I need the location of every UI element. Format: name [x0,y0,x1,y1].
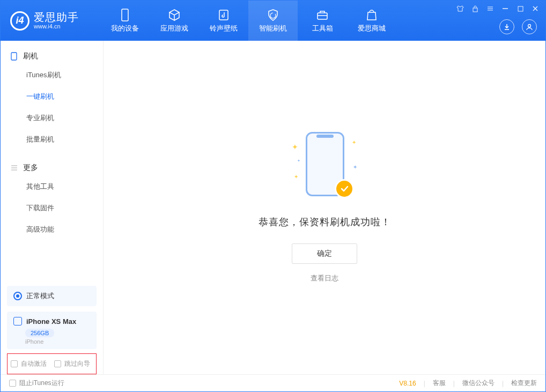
sparkle-icon: ✦ [294,174,298,180]
nav-apps-games[interactable]: 应用游戏 [150,1,199,41]
nav-store[interactable]: 爱思商城 [347,1,396,41]
view-log-link[interactable]: 查看日志 [311,273,338,283]
checkbox-label: 阻止iTunes运行 [19,379,64,388]
lock-icon[interactable] [470,4,480,13]
status-bar: 阻止iTunes运行 V8.16 | 客服 | 微信公众号 | 检查更新 [1,374,545,391]
mode-box[interactable]: 正常模式 [7,286,97,306]
sidebar: 刷机 iTunes刷机 一键刷机 专业刷机 批量刷机 更多 其他工具 下载固件 … [1,41,104,374]
link-customer-service[interactable]: 客服 [433,379,446,388]
nav-ringtone-wallpaper[interactable]: 铃声壁纸 [199,1,248,41]
app-name: 爱思助手 [34,11,79,23]
list-icon [10,164,18,172]
device-name: iPhone XS Max [26,317,76,326]
sparkle-icon: ✦ [297,159,300,163]
device-icon [13,317,22,326]
sparkle-icon: ✦ [353,164,357,170]
shield-icon [267,9,279,21]
success-check-icon [335,179,354,198]
device-type: iPhone [25,338,90,345]
checkbox-block-itunes[interactable]: 阻止iTunes运行 [9,379,64,388]
app-logo: i4 爱思助手 www.i4.cn [10,11,79,31]
link-check-update[interactable]: 检查更新 [511,379,537,388]
sidebar-heading-label: 刷机 [23,51,38,61]
window-controls [455,4,540,13]
main-content: ✦ ✦ ✦ ✦ ✦ 恭喜您，保资料刷机成功啦！ 确定 查看日志 [104,41,545,374]
sidebar-heading-label: 更多 [23,163,38,173]
body: 刷机 iTunes刷机 一键刷机 专业刷机 批量刷机 更多 其他工具 下载固件 … [1,41,545,374]
toolbox-icon [316,9,329,21]
nav-label: 工具箱 [312,24,333,33]
top-nav: 我的设备 应用游戏 铃声壁纸 智能刷机 工具箱 爱思商城 [100,1,396,41]
shirt-icon[interactable] [455,4,465,13]
sidebar-item-advanced[interactable]: 高级功能 [1,219,103,240]
svg-rect-1 [219,10,228,20]
svg-rect-13 [11,53,17,60]
download-button[interactable] [499,19,514,34]
sidebar-section-more: 更多 其他工具 下载固件 高级功能 [1,152,103,242]
version-label: V8.16 [399,380,416,387]
phone-notch-icon [316,135,334,138]
mode-label: 正常模式 [26,291,54,301]
sidebar-item-batch-flash[interactable]: 批量刷机 [1,129,103,150]
link-wechat[interactable]: 微信公众号 [462,379,495,388]
app-window: i4 爱思助手 www.i4.cn 我的设备 应用游戏 铃声壁纸 智能刷机 [0,0,546,392]
sidebar-item-pro-flash[interactable]: 专业刷机 [1,107,103,129]
nav-toolbox[interactable]: 工具箱 [298,1,347,41]
nav-label: 我的设备 [111,24,139,33]
logo-icon: i4 [10,11,29,31]
music-icon [217,9,230,21]
menu-icon[interactable] [485,4,495,13]
checkbox-label: 自动激活 [21,359,47,368]
sparkle-icon: ✦ [352,139,356,145]
success-illustration: ✦ ✦ ✦ ✦ ✦ [295,132,354,202]
header: i4 爱思助手 www.i4.cn 我的设备 应用游戏 铃声壁纸 智能刷机 [1,1,545,41]
checkbox-label: 跳过向导 [64,359,90,368]
header-action-icons [499,19,537,34]
sparkle-icon: ✦ [292,143,298,151]
phone-icon [10,53,18,60]
app-url: www.i4.cn [34,23,79,29]
flash-options-highlighted: 自动激活 跳过向导 [7,353,97,374]
device-box[interactable]: iPhone XS Max 256GB iPhone [7,312,97,349]
svg-rect-9 [518,6,523,11]
nav-label: 应用游戏 [160,24,188,33]
checkbox-icon [11,360,18,367]
maximize-button[interactable] [515,4,525,13]
mode-icon [13,292,22,300]
sidebar-item-itunes-flash[interactable]: iTunes刷机 [1,64,103,86]
sidebar-heading-flash: 刷机 [1,48,103,64]
checkbox-icon [54,360,61,367]
storage-badge: 256GB [25,329,54,337]
svg-rect-4 [473,8,477,12]
sidebar-heading-more: 更多 [1,160,103,176]
checkbox-auto-activate[interactable]: 自动激活 [11,359,47,368]
nav-smart-flash[interactable]: 智能刷机 [248,1,298,41]
nav-my-device[interactable]: 我的设备 [100,1,150,41]
user-button[interactable] [522,19,537,34]
nav-label: 爱思商城 [358,24,386,33]
svg-point-12 [528,25,531,27]
sidebar-item-oneclick-flash[interactable]: 一键刷机 [1,86,103,107]
sidebar-section-flash: 刷机 iTunes刷机 一键刷机 专业刷机 批量刷机 [1,41,103,152]
bag-icon [365,9,378,21]
nav-label: 铃声壁纸 [210,24,238,33]
sidebar-item-download-firmware[interactable]: 下载固件 [1,197,103,219]
nav-label: 智能刷机 [259,24,287,33]
svg-rect-2 [318,13,327,19]
success-message: 恭喜您，保资料刷机成功啦！ [259,216,391,228]
svg-rect-0 [122,9,128,21]
minimize-button[interactable] [500,4,510,13]
ok-button[interactable]: 确定 [292,243,357,264]
checkbox-skip-guide[interactable]: 跳过向导 [54,359,90,368]
checkbox-icon [9,380,16,387]
sidebar-item-other-tools[interactable]: 其他工具 [1,176,103,197]
cube-icon [168,9,181,21]
device-icon [119,9,131,21]
close-button[interactable] [530,4,540,13]
